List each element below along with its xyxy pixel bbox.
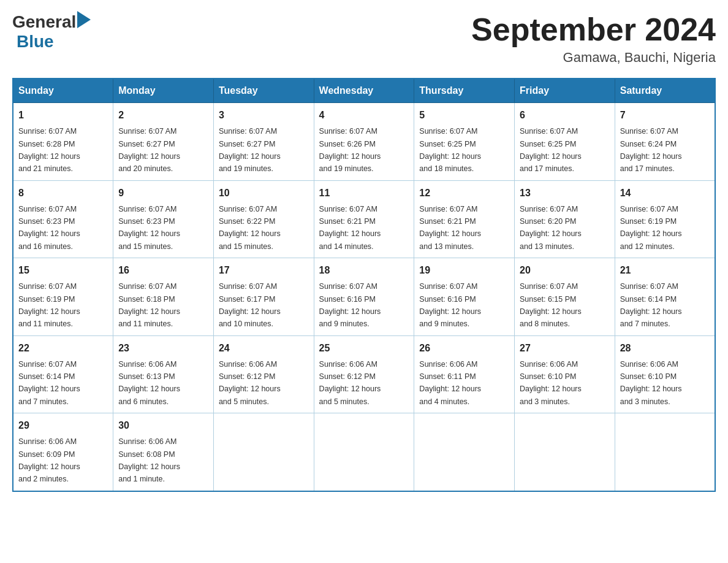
calendar-cell: 27 Sunrise: 6:06 AMSunset: 6:10 PMDaylig…: [515, 335, 615, 413]
day-number: 19: [419, 263, 509, 278]
day-number: 17: [219, 263, 309, 278]
calendar-cell: 23 Sunrise: 6:06 AMSunset: 6:13 PMDaylig…: [113, 335, 214, 413]
header-day-saturday: Saturday: [615, 79, 715, 103]
calendar-cell: 29 Sunrise: 6:06 AMSunset: 6:09 PMDaylig…: [13, 413, 113, 491]
day-info: Sunrise: 6:07 AMSunset: 6:23 PMDaylight:…: [18, 205, 80, 251]
calendar-cell: 25 Sunrise: 6:06 AMSunset: 6:12 PMDaylig…: [314, 335, 414, 413]
calendar-cell: 20 Sunrise: 6:07 AMSunset: 6:15 PMDaylig…: [515, 258, 615, 336]
calendar-cell: 22 Sunrise: 6:07 AMSunset: 6:14 PMDaylig…: [13, 335, 113, 413]
logo-general-text: General: [12, 12, 76, 32]
calendar-cell: 7 Sunrise: 6:07 AMSunset: 6:24 PMDayligh…: [615, 103, 715, 181]
day-info: Sunrise: 6:07 AMSunset: 6:16 PMDaylight:…: [419, 282, 481, 328]
day-info: Sunrise: 6:07 AMSunset: 6:14 PMDaylight:…: [18, 360, 80, 406]
day-number: 30: [118, 418, 208, 433]
day-info: Sunrise: 6:06 AMSunset: 6:10 PMDaylight:…: [520, 360, 582, 406]
calendar-cell: 10 Sunrise: 6:07 AMSunset: 6:22 PMDaylig…: [213, 180, 314, 258]
calendar-cell: 26 Sunrise: 6:06 AMSunset: 6:11 PMDaylig…: [414, 335, 515, 413]
day-info: Sunrise: 6:07 AMSunset: 6:17 PMDaylight:…: [219, 282, 281, 328]
day-info: Sunrise: 6:07 AMSunset: 6:19 PMDaylight:…: [620, 205, 682, 251]
logo-arrow-icon: [77, 11, 91, 28]
day-number: 25: [319, 341, 409, 356]
week-row-3: 15 Sunrise: 6:07 AMSunset: 6:19 PMDaylig…: [13, 258, 715, 336]
day-info: Sunrise: 6:06 AMSunset: 6:12 PMDaylight:…: [219, 360, 281, 406]
week-row-2: 8 Sunrise: 6:07 AMSunset: 6:23 PMDayligh…: [13, 180, 715, 258]
header-day-thursday: Thursday: [414, 79, 515, 103]
day-info: Sunrise: 6:07 AMSunset: 6:20 PMDaylight:…: [520, 205, 582, 251]
day-number: 27: [520, 341, 610, 356]
calendar-cell: 21 Sunrise: 6:07 AMSunset: 6:14 PMDaylig…: [615, 258, 715, 336]
day-info: Sunrise: 6:07 AMSunset: 6:25 PMDaylight:…: [520, 127, 582, 173]
calendar-cell: 30 Sunrise: 6:06 AMSunset: 6:08 PMDaylig…: [113, 413, 214, 491]
header-day-sunday: Sunday: [13, 79, 113, 103]
day-number: 10: [219, 186, 309, 201]
calendar-cell: 8 Sunrise: 6:07 AMSunset: 6:23 PMDayligh…: [13, 180, 113, 258]
calendar-body: 1 Sunrise: 6:07 AMSunset: 6:28 PMDayligh…: [13, 103, 715, 491]
day-number: 13: [520, 186, 610, 201]
day-info: Sunrise: 6:06 AMSunset: 6:08 PMDaylight:…: [118, 437, 180, 483]
day-number: 18: [319, 263, 409, 278]
day-number: 29: [18, 418, 108, 433]
calendar-cell: 4 Sunrise: 6:07 AMSunset: 6:26 PMDayligh…: [314, 103, 414, 181]
calendar-cell: [414, 413, 515, 491]
header-day-friday: Friday: [515, 79, 615, 103]
day-number: 23: [118, 341, 208, 356]
page-title: September 2024: [471, 12, 716, 47]
calendar-cell: [314, 413, 414, 491]
logo: General Blue: [12, 12, 91, 52]
day-number: 3: [219, 108, 309, 123]
calendar-cell: 9 Sunrise: 6:07 AMSunset: 6:23 PMDayligh…: [113, 180, 214, 258]
day-number: 24: [219, 341, 309, 356]
day-info: Sunrise: 6:07 AMSunset: 6:14 PMDaylight:…: [620, 282, 682, 328]
calendar-cell: 1 Sunrise: 6:07 AMSunset: 6:28 PMDayligh…: [13, 103, 113, 181]
day-number: 28: [620, 341, 710, 356]
day-info: Sunrise: 6:06 AMSunset: 6:12 PMDaylight:…: [319, 360, 381, 406]
calendar-cell: 11 Sunrise: 6:07 AMSunset: 6:21 PMDaylig…: [314, 180, 414, 258]
calendar-cell: [615, 413, 715, 491]
page-header: General Blue September 2024 Gamawa, Bauc…: [12, 12, 716, 66]
day-number: 12: [419, 186, 509, 201]
day-info: Sunrise: 6:07 AMSunset: 6:27 PMDaylight:…: [118, 127, 180, 173]
calendar-cell: 5 Sunrise: 6:07 AMSunset: 6:25 PMDayligh…: [414, 103, 515, 181]
calendar-cell: 28 Sunrise: 6:06 AMSunset: 6:10 PMDaylig…: [615, 335, 715, 413]
day-number: 6: [520, 108, 610, 123]
title-block: September 2024 Gamawa, Bauchi, Nigeria: [471, 12, 716, 66]
calendar-cell: 15 Sunrise: 6:07 AMSunset: 6:19 PMDaylig…: [13, 258, 113, 336]
day-info: Sunrise: 6:07 AMSunset: 6:25 PMDaylight:…: [419, 127, 481, 173]
day-info: Sunrise: 6:07 AMSunset: 6:21 PMDaylight:…: [419, 205, 481, 251]
calendar-cell: 13 Sunrise: 6:07 AMSunset: 6:20 PMDaylig…: [515, 180, 615, 258]
day-info: Sunrise: 6:07 AMSunset: 6:18 PMDaylight:…: [118, 282, 180, 328]
calendar-table: SundayMondayTuesdayWednesdayThursdayFrid…: [12, 78, 716, 492]
calendar-cell: 16 Sunrise: 6:07 AMSunset: 6:18 PMDaylig…: [113, 258, 214, 336]
day-info: Sunrise: 6:07 AMSunset: 6:24 PMDaylight:…: [620, 127, 682, 173]
day-number: 5: [419, 108, 509, 123]
day-info: Sunrise: 6:06 AMSunset: 6:13 PMDaylight:…: [118, 360, 180, 406]
calendar-cell: [213, 413, 314, 491]
day-number: 14: [620, 186, 710, 201]
day-number: 11: [319, 186, 409, 201]
week-row-4: 22 Sunrise: 6:07 AMSunset: 6:14 PMDaylig…: [13, 335, 715, 413]
calendar-cell: 2 Sunrise: 6:07 AMSunset: 6:27 PMDayligh…: [113, 103, 214, 181]
day-info: Sunrise: 6:07 AMSunset: 6:28 PMDaylight:…: [18, 127, 80, 173]
calendar-cell: 3 Sunrise: 6:07 AMSunset: 6:27 PMDayligh…: [213, 103, 314, 181]
header-row: SundayMondayTuesdayWednesdayThursdayFrid…: [13, 79, 715, 103]
day-info: Sunrise: 6:07 AMSunset: 6:22 PMDaylight:…: [219, 205, 281, 251]
day-number: 7: [620, 108, 710, 123]
calendar-cell: 12 Sunrise: 6:07 AMSunset: 6:21 PMDaylig…: [414, 180, 515, 258]
day-number: 9: [118, 186, 208, 201]
page-subtitle: Gamawa, Bauchi, Nigeria: [471, 50, 716, 66]
day-info: Sunrise: 6:07 AMSunset: 6:27 PMDaylight:…: [219, 127, 281, 173]
header-day-monday: Monday: [113, 79, 214, 103]
day-info: Sunrise: 6:07 AMSunset: 6:21 PMDaylight:…: [319, 205, 381, 251]
day-info: Sunrise: 6:06 AMSunset: 6:11 PMDaylight:…: [419, 360, 481, 406]
calendar-cell: 14 Sunrise: 6:07 AMSunset: 6:19 PMDaylig…: [615, 180, 715, 258]
day-info: Sunrise: 6:07 AMSunset: 6:19 PMDaylight:…: [18, 282, 80, 328]
day-number: 8: [18, 186, 108, 201]
day-number: 21: [620, 263, 710, 278]
day-info: Sunrise: 6:07 AMSunset: 6:15 PMDaylight:…: [520, 282, 582, 328]
calendar-cell: 19 Sunrise: 6:07 AMSunset: 6:16 PMDaylig…: [414, 258, 515, 336]
calendar-cell: 18 Sunrise: 6:07 AMSunset: 6:16 PMDaylig…: [314, 258, 414, 336]
header-day-tuesday: Tuesday: [213, 79, 314, 103]
day-number: 26: [419, 341, 509, 356]
day-info: Sunrise: 6:07 AMSunset: 6:23 PMDaylight:…: [118, 205, 180, 251]
calendar-cell: 6 Sunrise: 6:07 AMSunset: 6:25 PMDayligh…: [515, 103, 615, 181]
